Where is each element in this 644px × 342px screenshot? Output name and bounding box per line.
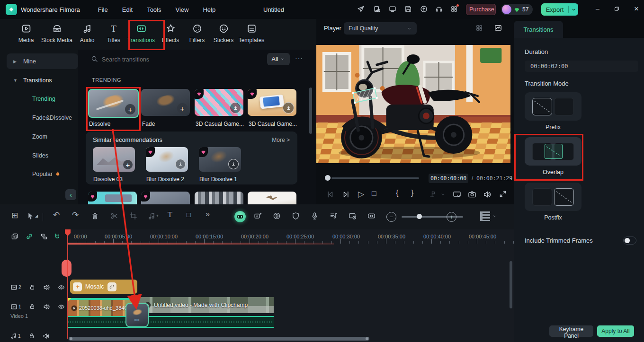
transition-thumb-dissolve-03[interactable]: + bbox=[93, 147, 135, 172]
link-clips-icon[interactable] bbox=[26, 233, 33, 240]
transition-thumb-3d-game-1[interactable] bbox=[195, 89, 243, 116]
transition-thumb-3d-game-2[interactable] bbox=[248, 89, 296, 116]
track-height-button[interactable] bbox=[480, 211, 490, 221]
transition-thumb-dissolve[interactable]: + bbox=[88, 89, 139, 118]
save-icon[interactable] bbox=[404, 5, 412, 13]
more-options-button[interactable]: ··· bbox=[295, 54, 303, 62]
add-clip-button[interactable] bbox=[254, 212, 262, 220]
transition-thumb-partial[interactable] bbox=[88, 192, 137, 204]
zoom-in-button[interactable]: + bbox=[447, 212, 456, 222]
add-transition-icon[interactable]: + bbox=[125, 104, 135, 114]
add-transition-icon[interactable]: + bbox=[123, 160, 133, 169]
shield-button[interactable] bbox=[292, 212, 300, 220]
undo-button[interactable]: ↶ bbox=[53, 210, 60, 220]
cloud-upload-icon[interactable] bbox=[420, 5, 428, 13]
display-icon[interactable] bbox=[389, 5, 396, 13]
current-timecode[interactable]: 00:00:00:00 bbox=[429, 174, 468, 183]
menu-view[interactable]: View bbox=[175, 6, 188, 13]
add-transition-icon[interactable]: + bbox=[177, 103, 188, 114]
ai-assistant-button[interactable] bbox=[234, 211, 246, 222]
select-tool-button[interactable]: ◢ bbox=[27, 212, 38, 220]
add-track-icon[interactable] bbox=[11, 233, 18, 240]
duration-input[interactable] bbox=[525, 61, 638, 72]
playhead-line[interactable] bbox=[67, 229, 68, 339]
avatar[interactable] bbox=[502, 5, 511, 14]
transition-thumb-blur-dissolve-2[interactable] bbox=[146, 147, 188, 172]
lock-icon[interactable] bbox=[28, 333, 35, 339]
support-headset-icon[interactable] bbox=[435, 5, 443, 13]
audio-mixer-button[interactable] bbox=[330, 212, 338, 220]
snapshot-camera-button[interactable] bbox=[468, 190, 476, 199]
transition-thumb-partial[interactable] bbox=[248, 192, 296, 204]
transition-thumb-partial[interactable] bbox=[141, 192, 190, 204]
inspector-tab-transitions[interactable]: Transitions bbox=[514, 21, 563, 38]
screen-record-button[interactable] bbox=[349, 212, 357, 220]
timeline-ruler[interactable]: 00:00 00:00:05:00 00:00:10:00 00:00:15:0… bbox=[68, 229, 514, 246]
export-button[interactable]: Export bbox=[541, 3, 578, 16]
download-icon[interactable] bbox=[230, 102, 241, 114]
video-clip-2[interactable]: Untitled video - Made with Clipchamp bbox=[132, 297, 274, 313]
stop-button[interactable]: □ bbox=[372, 189, 376, 198]
mute-icon[interactable] bbox=[43, 303, 50, 310]
account-coins[interactable]: 57 bbox=[501, 4, 533, 15]
fullscreen-button[interactable] bbox=[499, 190, 507, 198]
zoom-out-button[interactable]: − bbox=[386, 212, 396, 222]
video-preview[interactable] bbox=[316, 45, 510, 163]
device-sync-icon[interactable] bbox=[373, 5, 381, 13]
tab-templates[interactable]: Templates bbox=[232, 24, 271, 44]
visibility-eye-icon[interactable] bbox=[58, 284, 65, 291]
marker-pill[interactable] bbox=[62, 260, 72, 277]
mosaic-effect-clip[interactable]: Mosaic bbox=[70, 280, 137, 294]
previous-frame-button[interactable] bbox=[326, 190, 334, 199]
close-button[interactable]: × bbox=[634, 4, 639, 14]
mode-overlap[interactable] bbox=[525, 137, 581, 166]
search-input[interactable] bbox=[101, 53, 235, 66]
applied-transition-dissolve[interactable]: ◁|▷ bbox=[125, 303, 149, 327]
clip-audio-waveform[interactable] bbox=[68, 316, 274, 328]
minimize-button[interactable]: – bbox=[596, 5, 599, 12]
snap-magnet-icon[interactable] bbox=[54, 233, 61, 240]
mute-icon[interactable] bbox=[43, 333, 50, 340]
library-scrollbar[interactable] bbox=[309, 88, 312, 134]
mark-in-button[interactable]: { bbox=[396, 189, 398, 197]
maximize-button[interactable] bbox=[614, 6, 620, 12]
volume-button[interactable] bbox=[483, 190, 492, 199]
sidebar-item-mine[interactable]: ▶ Mine bbox=[7, 53, 78, 69]
voiceover-mic-button[interactable] bbox=[311, 212, 319, 220]
text-tool-button[interactable]: T bbox=[168, 210, 172, 219]
track-height-chevron-icon[interactable] bbox=[492, 214, 497, 219]
apps-grid-icon[interactable] bbox=[450, 5, 458, 13]
toolbox-grid-button[interactable]: ⊞ bbox=[11, 210, 18, 220]
mirror-screen-button[interactable] bbox=[453, 190, 461, 199]
mode-postfix[interactable] bbox=[525, 183, 581, 211]
seek-handle[interactable] bbox=[325, 175, 331, 181]
visibility-eye-icon[interactable] bbox=[58, 303, 65, 310]
lock-icon[interactable] bbox=[29, 284, 36, 290]
mark-out-button[interactable]: } bbox=[411, 189, 413, 197]
sidebar-group-transitions[interactable]: ▼ Transitions bbox=[7, 72, 78, 88]
mode-prefix[interactable] bbox=[525, 92, 581, 121]
collapse-sidebar-button[interactable]: ‹ bbox=[65, 189, 76, 200]
share-icon[interactable] bbox=[357, 5, 365, 13]
speed-ramp-button[interactable] bbox=[273, 212, 281, 220]
sidebar-item-fade-dissolve[interactable]: Fade&Dissolve bbox=[32, 114, 72, 121]
mute-icon[interactable] bbox=[43, 284, 50, 291]
play-button[interactable]: ▷ bbox=[358, 189, 364, 199]
transition-thumb-partial[interactable] bbox=[195, 192, 243, 204]
filter-dropdown[interactable]: All bbox=[267, 53, 290, 65]
more-tools-button[interactable]: » bbox=[206, 210, 210, 219]
audio-stretch-button[interactable]: ✦ bbox=[148, 212, 159, 220]
transition-thumb-fade[interactable]: + bbox=[141, 89, 190, 116]
crop-button[interactable] bbox=[129, 212, 137, 220]
zoom-slider-handle[interactable] bbox=[417, 214, 422, 219]
similar-more-link[interactable]: More > bbox=[272, 137, 290, 143]
menu-edit[interactable]: Edit bbox=[122, 6, 133, 13]
lock-icon[interactable] bbox=[29, 303, 36, 310]
quality-dropdown[interactable]: Full Quality bbox=[344, 22, 417, 35]
mask-tool-button[interactable]: □ bbox=[187, 210, 191, 219]
apply-to-all-button[interactable]: Apply to All bbox=[597, 325, 634, 337]
seek-track[interactable] bbox=[331, 177, 419, 179]
split-scissors-button[interactable] bbox=[110, 212, 118, 220]
scopes-icon[interactable] bbox=[494, 24, 502, 32]
menu-file[interactable]: File bbox=[98, 6, 108, 13]
